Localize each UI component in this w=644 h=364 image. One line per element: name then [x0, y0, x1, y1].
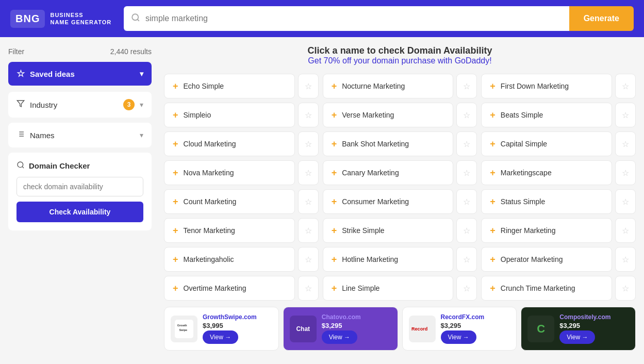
ad-view-button[interactable]: View → — [203, 330, 238, 344]
star-favorite-button[interactable]: ☆ — [456, 189, 477, 214]
plus-icon: + — [173, 110, 178, 120]
generate-button[interactable]: Generate — [569, 6, 634, 31]
star-favorite-button[interactable]: ☆ — [615, 218, 636, 243]
star-favorite-button[interactable]: ☆ — [456, 247, 477, 272]
star-favorite-button[interactable]: ☆ — [456, 218, 477, 243]
star-favorite-button[interactable]: ☆ — [615, 276, 636, 301]
logo-subtitle: BUSINESS NAME GENERATOR — [50, 11, 111, 26]
chevron-down-icon: ▾ — [140, 70, 143, 78]
name-card[interactable]: +First Down Marketing — [481, 74, 612, 98]
plus-icon: + — [173, 255, 178, 264]
name-card[interactable]: +Cloud Marketing — [164, 131, 295, 156]
star-favorite-button[interactable]: ☆ — [298, 276, 319, 301]
name-card[interactable]: +Ringer Marketing — [481, 218, 612, 243]
names-filter-icon — [16, 130, 25, 140]
star-favorite-button[interactable]: ☆ — [298, 131, 319, 156]
industry-chevron-icon: ▾ — [140, 101, 143, 109]
ad-price: $3,995 — [203, 322, 272, 329]
name-card[interactable]: +Nova Marketing — [164, 160, 295, 185]
recordfx-logo: Record — [409, 316, 436, 342]
name-cell: +Marketingaholic☆ — [164, 247, 319, 272]
svg-point-9 — [18, 162, 23, 168]
plus-icon: + — [490, 255, 496, 264]
star-favorite-button[interactable]: ☆ — [615, 160, 636, 185]
star-favorite-button[interactable]: ☆ — [615, 103, 636, 127]
name-card[interactable]: +Marketingaholic — [164, 247, 295, 272]
industry-filter[interactable]: Industry 3 ▾ — [8, 92, 152, 118]
name-cell: +Overtime Marketing☆ — [164, 276, 319, 301]
name-text: Nocturne Marketing — [342, 82, 444, 90]
name-card[interactable]: +Verse Marketing — [323, 103, 454, 127]
svg-point-0 — [132, 14, 138, 20]
name-card[interactable]: +Consumer Marketing — [323, 189, 454, 214]
star-favorite-button[interactable]: ☆ — [298, 247, 319, 272]
star-favorite-button[interactable]: ☆ — [456, 276, 477, 301]
name-card[interactable]: +Canary Marketing — [323, 160, 454, 185]
star-favorite-button[interactable]: ☆ — [298, 74, 319, 98]
name-cell: +Line Simple☆ — [323, 276, 477, 301]
name-card[interactable]: +Capital Simple — [481, 131, 612, 156]
name-card[interactable]: +Line Simple — [323, 276, 454, 301]
name-card[interactable]: +Bank Shot Marketing — [323, 131, 454, 156]
star-favorite-button[interactable]: ☆ — [615, 247, 636, 272]
name-card[interactable]: +Hotline Marketing — [323, 247, 454, 272]
plus-icon: + — [490, 197, 496, 206]
growthswipe-logo: GrowthSwipe — [171, 316, 197, 342]
star-favorite-button[interactable]: ☆ — [456, 131, 477, 156]
star-favorite-button[interactable]: ☆ — [298, 103, 319, 127]
star-favorite-button[interactable]: ☆ — [298, 218, 319, 243]
name-text: Count Marketing — [184, 197, 286, 206]
plus-icon: + — [490, 284, 496, 293]
star-favorite-button[interactable]: ☆ — [615, 74, 636, 98]
name-text: Status Simple — [501, 197, 603, 206]
ad-view-button[interactable]: View → — [559, 330, 595, 344]
domain-input[interactable] — [16, 177, 143, 196]
names-filter[interactable]: Names ▾ — [8, 123, 152, 147]
search-wrapper: simple marketing — [124, 6, 569, 31]
filter-header: Filter 2,440 results — [8, 47, 152, 56]
ad-info: RecordFX.com$3,295View → — [441, 313, 510, 344]
saved-ideas-button[interactable]: ☆ Saved ideas ▾ — [8, 62, 152, 86]
ad-view-button[interactable]: View → — [441, 330, 476, 344]
plus-icon: + — [173, 197, 178, 206]
name-cell: +Cloud Marketing☆ — [164, 131, 319, 156]
domain-checker-section: Domain Checker Check Availability — [8, 153, 152, 230]
name-card[interactable]: +Simpleio — [164, 103, 295, 127]
star-favorite-button[interactable]: ☆ — [456, 160, 477, 185]
name-card[interactable]: +Beats Simple — [481, 103, 612, 127]
star-favorite-button[interactable]: ☆ — [456, 74, 477, 98]
name-text: Crunch Time Marketing — [501, 284, 603, 292]
name-card[interactable]: +Operator Marketing — [481, 247, 612, 272]
check-availability-button[interactable]: Check Availability — [16, 202, 143, 222]
name-card[interactable]: +Marketingscape — [481, 160, 612, 185]
star-favorite-button[interactable]: ☆ — [456, 103, 477, 127]
star-favorite-button[interactable]: ☆ — [298, 189, 319, 214]
ad-view-button[interactable]: View → — [322, 330, 357, 344]
cta-promo-link[interactable]: Get 70% off your domain purchase with Go… — [308, 56, 491, 65]
name-card[interactable]: +Count Marketing — [164, 189, 295, 214]
sidebar: Filter 2,440 results ☆ Saved ideas ▾ Ind… — [0, 37, 160, 364]
plus-icon: + — [332, 139, 337, 148]
name-card[interactable]: +Crunch Time Marketing — [481, 276, 612, 301]
name-card[interactable]: +Status Simple — [481, 189, 612, 214]
svg-marker-2 — [17, 101, 24, 107]
star-favorite-button[interactable]: ☆ — [615, 189, 636, 214]
plus-icon: + — [332, 81, 337, 91]
search-input[interactable]: simple marketing — [145, 14, 562, 23]
name-text: First Down Marketing — [501, 82, 603, 90]
name-card[interactable]: +Strike Simple — [323, 218, 454, 243]
name-card[interactable]: +Tenor Marketing — [164, 218, 295, 243]
star-favorite-button[interactable]: ☆ — [298, 160, 319, 185]
svg-text:Growth: Growth — [177, 324, 187, 327]
name-cell: +Ringer Marketing☆ — [481, 218, 636, 243]
name-card[interactable]: +Nocturne Marketing — [323, 74, 454, 98]
name-text: Simpleio — [184, 111, 286, 119]
star-favorite-button[interactable]: ☆ — [615, 131, 636, 156]
domain-ad-card: GrowthSwipeGrowthSwipe.com$3,995View → — [164, 307, 279, 351]
ad-domain: RecordFX.com — [441, 313, 510, 321]
names-area: Click a name to check Domain Availabilit… — [160, 37, 644, 364]
name-card[interactable]: +Echo Simple — [164, 74, 295, 98]
name-card[interactable]: +Overtime Marketing — [164, 276, 295, 301]
results-count: 2,440 results — [110, 47, 152, 56]
name-cell: +Nocturne Marketing☆ — [323, 74, 477, 98]
